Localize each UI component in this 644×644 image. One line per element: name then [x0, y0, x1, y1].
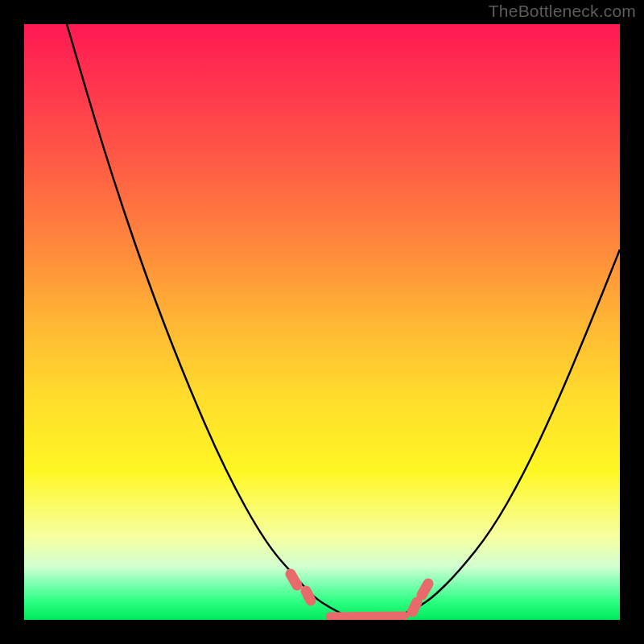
- left-curve: [67, 24, 346, 616]
- bottom-line-marker: [330, 616, 404, 617]
- watermark-text: TheBottleneck.com: [489, 2, 636, 21]
- right-lower-marker: [412, 602, 417, 612]
- left-upper-marker: [291, 574, 297, 585]
- right-curve: [398, 250, 620, 616]
- plot-area: [24, 24, 620, 620]
- right-upper-marker: [422, 584, 428, 595]
- left-lower-marker: [306, 591, 311, 601]
- chart-frame: TheBottleneck.com: [0, 0, 644, 644]
- plot-svg: [24, 24, 620, 620]
